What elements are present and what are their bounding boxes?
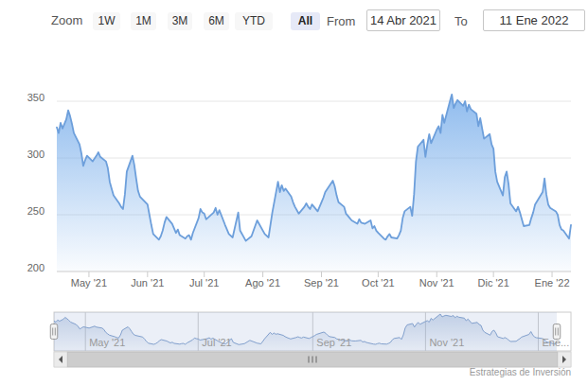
- zoom-button-ytd[interactable]: YTD: [235, 12, 273, 30]
- y-axis-label: 200: [27, 262, 45, 273]
- zoom-button-all[interactable]: All: [291, 12, 320, 30]
- zoom-label: Zoom: [51, 13, 82, 27]
- navigator-month-label: May '21: [89, 337, 125, 348]
- navigator-right-handle[interactable]: [553, 324, 561, 340]
- zoom-button-3m[interactable]: 3M: [168, 12, 192, 30]
- plot-area[interactable]: [57, 83, 571, 271]
- navigator-month-label: Jul '21: [202, 337, 231, 348]
- x-axis-label: Jun '21: [131, 277, 164, 289]
- x-axis-label: Oct '21: [362, 277, 395, 289]
- navigator-month-label: Nov '21: [429, 337, 464, 348]
- from-label: From: [327, 14, 355, 28]
- zoom-button-6m[interactable]: 6M: [204, 12, 229, 30]
- scrollbar-right-arrow[interactable]: [558, 352, 571, 367]
- scrollbar-left-arrow[interactable]: [54, 352, 67, 367]
- navigator-mask[interactable]: [54, 312, 557, 351]
- credits-link[interactable]: Estrategias de Inversión: [470, 367, 571, 377]
- zoom-button-1m[interactable]: 1M: [131, 12, 156, 30]
- x-axis-label: Dic '21: [478, 277, 509, 289]
- y-axis-label: 300: [27, 149, 45, 160]
- navigator-month-label: Sep '21: [316, 337, 351, 348]
- y-axis-label: 250: [27, 205, 45, 217]
- x-axis-label: Sep '21: [304, 277, 339, 289]
- x-axis-label: Ago '21: [245, 277, 280, 289]
- x-axis-label: Jul '21: [189, 277, 219, 289]
- from-date-input[interactable]: [366, 9, 440, 31]
- x-axis-label: May '21: [71, 277, 107, 289]
- navigator-left-handle[interactable]: [50, 324, 58, 340]
- price-chart: 200250300350May '21Jun '21Jul '21Ago '21…: [0, 0, 588, 385]
- y-axis-label: 350: [27, 92, 45, 103]
- stock-chart-widget: 200250300350May '21Jun '21Jul '21Ago '21…: [0, 0, 588, 385]
- x-axis-label: Ene '22: [535, 277, 570, 289]
- zoom-button-1w[interactable]: 1W: [93, 12, 120, 30]
- to-label: To: [454, 14, 468, 28]
- to-date-input[interactable]: [483, 9, 585, 31]
- x-axis-label: Nov '21: [419, 277, 454, 289]
